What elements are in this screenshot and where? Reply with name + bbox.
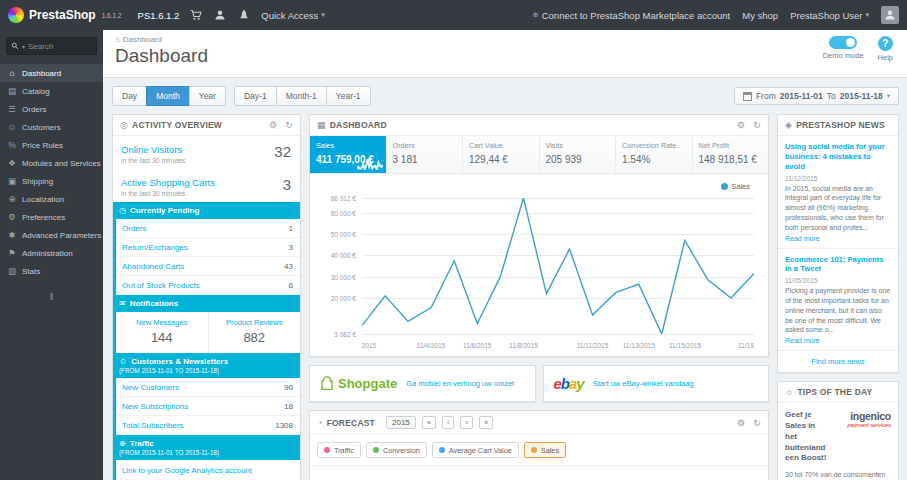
kpi-tab-conversion-rate[interactable]: Conversion Rate 1.54% — [616, 136, 693, 173]
out-of-stock-row[interactable]: Out of Stock Products 6 — [116, 276, 300, 295]
kpi-tab-visits[interactable]: Visits 205 939 — [540, 136, 617, 173]
help-icon[interactable]: ? — [878, 36, 893, 51]
abandoned-carts-row[interactable]: Abandoned Carts 43 — [116, 257, 300, 276]
row-value: 1308 — [275, 421, 293, 430]
range-year-1-button[interactable]: Year-1 — [326, 86, 371, 106]
rocket-icon[interactable] — [237, 8, 251, 22]
gear-icon[interactable]: ⚙ — [737, 120, 745, 130]
help-control[interactable]: ? Help — [878, 36, 893, 62]
previous-year-button[interactable]: ‹ — [442, 416, 455, 429]
module-promos: Shopgate Ga mobiel en verhoog uw omzet e… — [309, 365, 769, 402]
kpi-label: Conversion Rate — [622, 141, 686, 150]
refresh-icon[interactable]: ↻ — [753, 418, 761, 428]
range-month-button[interactable]: Month — [146, 86, 190, 106]
range-day-1-button[interactable]: Day-1 — [234, 86, 277, 106]
pending-orders-row[interactable]: Orders 1 — [116, 219, 300, 238]
sidebar-item-administration[interactable]: ⚑ Administration — [0, 244, 103, 262]
shopping-bag-icon — [320, 376, 334, 391]
date-from-value: 2015-11-01 — [780, 91, 823, 101]
new-messages-cell[interactable]: New Messages 144 — [116, 312, 208, 353]
sidebar-item-dashboard[interactable]: ⌂ Dashboard — [0, 64, 103, 82]
demo-mode-control[interactable]: Demo mode — [823, 36, 864, 62]
storefront-cart-icon[interactable] — [189, 8, 203, 22]
demo-mode-toggle[interactable] — [829, 36, 857, 49]
shopgate-logo: Shopgate — [320, 376, 397, 391]
forecast-chip-conversion[interactable]: Conversion — [366, 442, 427, 458]
sidebar-item-catalog[interactable]: ▤ Catalog — [0, 82, 103, 100]
kpi-tab-orders[interactable]: Orders 3 181 — [387, 136, 464, 173]
gear-icon[interactable]: ⚙ — [269, 120, 277, 130]
brand-name: PrestaShop — [29, 8, 96, 22]
y-tick-label: 50 000 € — [331, 231, 356, 238]
article-title-link[interactable]: Ecommerce 101: Payments in a Tweet — [785, 255, 891, 275]
product-reviews-cell[interactable]: Product Reviews 882 — [208, 312, 301, 353]
sidebar-item-stats[interactable]: ▥ Stats — [0, 262, 103, 280]
range-month-1-button[interactable]: Month-1 — [276, 86, 327, 106]
pending-returns-row[interactable]: Return/Exchanges 3 — [116, 238, 300, 257]
sidebar-item-modules[interactable]: ❖ Modules and Services — [0, 154, 103, 172]
sidebar-item-localization[interactable]: ⊕ Localization — [0, 190, 103, 208]
kpi-tab-sales[interactable]: Sales 411 759,00 € — [310, 136, 387, 173]
date-to-value: 2015-11-18 — [840, 91, 883, 101]
next-year-button[interactable]: › — [460, 416, 473, 429]
read-more-link[interactable]: Read more — [785, 337, 891, 344]
ebay-link[interactable]: Start uw eBay-winkel vandaag — [593, 379, 694, 389]
search-scope-caret-icon[interactable]: ▾ — [22, 43, 25, 50]
read-more-link[interactable]: Read more — [785, 235, 891, 242]
kpi-tab-cart-value[interactable]: Cart Value 129,44 € — [463, 136, 540, 173]
toggle-knob — [846, 38, 855, 47]
avatar[interactable] — [881, 6, 899, 24]
y-tick-label: 30 000 € — [331, 273, 356, 280]
kpi-value: 129,44 € — [469, 154, 533, 165]
sidebar: ▾ ⌂ Dashboard ▤ Catalog ☰ Orders ☺ Custo… — [0, 30, 103, 480]
currently-pending-header: ◷ Currently Pending — [113, 202, 300, 219]
sidebar-item-price-rules[interactable]: % Price Rules — [0, 136, 103, 154]
sidebar-menu: ⌂ Dashboard ▤ Catalog ☰ Orders ☺ Custome… — [0, 64, 103, 280]
marketplace-link[interactable]: ⊕ Connect to PrestaShop Marketplace acco… — [533, 10, 730, 21]
range-year-button[interactable]: Year — [189, 86, 226, 106]
chip-label: Conversion — [383, 446, 420, 455]
online-visitors-link[interactable]: Online Visitors — [121, 144, 292, 155]
user-menu[interactable]: PrestaShop User ▾ — [790, 10, 869, 21]
sidebar-item-advanced-parameters[interactable]: ✱ Advanced Parameters — [0, 226, 103, 244]
breadcrumb[interactable]: ⌂ Dashboard — [115, 35, 895, 44]
forecast-chip-traffic[interactable]: Traffic — [317, 442, 361, 458]
shop-name-link[interactable]: PS1.6.1.2 — [138, 10, 180, 21]
shopgate-link[interactable]: Ga mobiel en verhoog uw omzet — [406, 379, 514, 389]
forecast-chip-average-cart-value[interactable]: Average Cart Value — [432, 442, 519, 458]
sidebar-search[interactable]: ▾ — [6, 37, 97, 55]
profile-icon[interactable] — [213, 8, 227, 22]
kpi-tab-net-profit[interactable]: Net Profit 148 918,51 € — [693, 136, 769, 173]
quick-access-menu[interactable]: Quick Access ▾ — [261, 10, 325, 21]
collapse-sidebar-button[interactable]: ‖ — [0, 292, 103, 302]
orders-icon: ☰ — [7, 104, 17, 114]
range-day-button[interactable]: Day — [112, 86, 147, 106]
refresh-icon[interactable]: ↻ — [285, 120, 293, 130]
google-analytics-link[interactable]: Link to your Google Analytics account — [113, 460, 300, 480]
refresh-icon[interactable]: ↻ — [753, 120, 761, 130]
forecast-chip-sales[interactable]: Sales — [524, 442, 566, 458]
online-visitors-metric: Online Visitors 32 in the last 30 minute… — [113, 136, 300, 169]
search-input[interactable] — [28, 42, 86, 51]
globe-icon: ⊕ — [119, 439, 126, 448]
chart-legend[interactable]: Sales — [721, 182, 750, 191]
forecast-year-select[interactable]: 2015 — [386, 416, 416, 429]
find-more-news-link[interactable]: Find more news — [778, 351, 898, 372]
last-year-button[interactable]: » — [479, 416, 493, 429]
gear-icon[interactable]: ⚙ — [737, 418, 745, 428]
date-range-button[interactable]: From 2015-11-01 To 2015-11-18 ▾ — [734, 87, 899, 105]
my-shop-link[interactable]: My shop — [742, 10, 778, 21]
sidebar-item-preferences[interactable]: ⚙ Preferences — [0, 208, 103, 226]
chart-x-axis: 11/1/201511/4/201511/6/201511/8/201511/1… — [362, 340, 754, 352]
sidebar-item-orders[interactable]: ☰ Orders — [0, 100, 103, 118]
first-year-button[interactable]: « — [422, 416, 436, 429]
prestashop-logo[interactable]: PrestaShop 1.6.1.2 — [8, 7, 122, 23]
sidebar-item-shipping[interactable]: ▣ Shipping — [0, 172, 103, 190]
sidebar-item-customers[interactable]: ☺ Customers — [0, 118, 103, 136]
total-subscribers-row[interactable]: Total Subscribers 1308 — [116, 416, 300, 435]
kpi-value: 1.54% — [622, 154, 686, 165]
active-carts-link[interactable]: Active Shopping Carts — [121, 177, 292, 188]
article-title-link[interactable]: Using social media for your business: 4 … — [785, 142, 891, 172]
new-subscriptions-row[interactable]: New Subscriptions 18 — [116, 397, 300, 416]
new-customers-row[interactable]: New Customers 90 — [116, 378, 300, 397]
